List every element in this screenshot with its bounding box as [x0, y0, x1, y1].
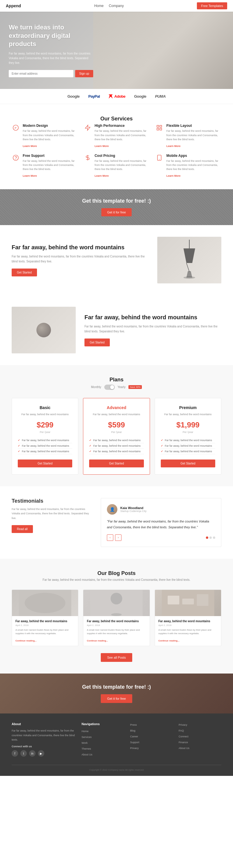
plan-advanced-btn[interactable]: Get Started	[89, 460, 143, 467]
plans-title: Plans	[12, 377, 221, 383]
design-icon	[12, 124, 20, 132]
feature-btn-1[interactable]: Get Started	[12, 269, 37, 276]
youtube-link[interactable]: ▶	[38, 750, 44, 756]
plan-basic-features: Far far away, behind the word mountains …	[18, 438, 72, 454]
plan-basic-desc: Far far away, behind the word mountains	[18, 412, 72, 416]
nav-company[interactable]: Company	[109, 4, 124, 8]
blog-post-link-1[interactable]: Continue reading...	[15, 640, 36, 642]
blog-post-title-3: Far away, behind the word mountains	[159, 620, 218, 623]
plan-basic-price: $299	[18, 421, 72, 430]
footer-privacy[interactable]: Privacy	[130, 747, 139, 750]
dot-1[interactable]	[206, 536, 208, 539]
footer-nav-themes[interactable]: Themes	[81, 747, 91, 750]
nav-home[interactable]: Home	[94, 4, 104, 8]
social-links: f t in ▶	[12, 750, 76, 756]
service-link-6[interactable]: Learn More	[166, 174, 180, 177]
testimonials-btn[interactable]: Read all	[12, 525, 33, 533]
service-desc-6: Far far away, behind the word mountains,…	[166, 159, 221, 172]
prev-arrow-button[interactable]: ‹	[107, 534, 113, 541]
service-link-2[interactable]: Learn More	[95, 145, 109, 148]
blog-post-link-2[interactable]: Continue reading...	[87, 640, 108, 642]
billing-toggle[interactable]	[104, 384, 115, 390]
service-mobile-apps: Mobile Apps Far far away, behind the wor…	[155, 154, 221, 178]
plan-basic-btn[interactable]: Get Started	[18, 460, 72, 467]
feature-image-1	[157, 237, 221, 283]
cta-banner-button[interactable]: Get it for free	[101, 208, 132, 216]
service-high-performance: High Performance Far far away, behind th…	[84, 124, 150, 148]
blog-post-excerpt-3: A small river named Duden flows by their…	[159, 628, 218, 636]
footer-about-us[interactable]: About Us	[178, 747, 189, 750]
hero-email-input[interactable]	[9, 70, 73, 77]
footer-copyright: Copyright © 2022 Company name All rights…	[90, 769, 144, 771]
blog-image-3	[155, 590, 221, 616]
see-all-posts-button[interactable]: See all Posts	[101, 653, 132, 662]
testimonial-arrows: ‹ ›	[107, 534, 122, 541]
footer-privacy2[interactable]: Privacy	[178, 723, 187, 726]
testimonial-left: Testimonials Far far away, behind the wo…	[12, 498, 92, 533]
service-link-4[interactable]: Learn More	[23, 174, 37, 177]
footer-blog[interactable]: Blog	[130, 729, 135, 732]
service-modern-design: Modern Design Far far away, behind the w…	[12, 124, 78, 148]
services-grid: Modern Design Far far away, behind the w…	[12, 124, 221, 177]
hero-signup-button[interactable]: Sign up	[75, 70, 93, 77]
hero-section: We turn ideas into extraordinary digital…	[0, 12, 233, 89]
svg-rect-9	[158, 155, 161, 160]
pricing-icon	[84, 154, 92, 162]
plan-feature: Far far away, behind the word mountains	[89, 438, 143, 443]
nav-links: Home Company	[94, 4, 124, 8]
next-arrow-button[interactable]: ›	[115, 534, 122, 541]
blog-image-1	[12, 590, 78, 616]
svg-point-7	[13, 155, 18, 160]
footer-nav-title: Navigations	[81, 722, 124, 726]
svg-point-17	[25, 593, 66, 613]
footer-support[interactable]: Support	[130, 741, 139, 744]
footer-faq[interactable]: FAQ	[178, 729, 184, 732]
brand-puma: PUMA	[155, 94, 165, 98]
plan-premium-price: $1,999	[161, 421, 215, 430]
footer-nav-work[interactable]: Work	[81, 741, 88, 744]
instagram-link[interactable]: in	[29, 750, 36, 756]
footer-connect[interactable]: Connect	[178, 735, 189, 738]
cta-bottom-button[interactable]: Get it for free	[101, 694, 132, 703]
feature-desc-1: Far far away, behind the word mountains,…	[12, 254, 148, 264]
dot-3[interactable]	[213, 536, 215, 539]
nav-cta-button[interactable]: Free Templates	[197, 2, 227, 9]
feature-btn-2[interactable]: Get Started	[85, 339, 110, 346]
footer-press[interactable]: Press	[130, 723, 137, 726]
footer-nav-list: Home Services Work Themes About Us	[81, 728, 124, 756]
testimonials-desc: Far far away, behind the word mountains,…	[12, 507, 92, 521]
footer-nav-services[interactable]: Services	[81, 736, 92, 739]
plan-premium-btn[interactable]: Get Started	[161, 460, 215, 467]
brand-adobe: Adobe	[109, 94, 126, 99]
plan-premium-features: Far far away, behind the word mountains …	[161, 438, 215, 454]
author-name: Kaia Woodland	[120, 506, 146, 510]
footer-career[interactable]: Career	[130, 735, 138, 738]
blog-cta: See all Posts	[12, 653, 221, 662]
testimonials-inner: Testimonials Far far away, behind the wo…	[12, 498, 221, 547]
plan-feature: Far far away, behind the word mountains	[18, 449, 72, 454]
service-link-1[interactable]: Learn More	[23, 145, 37, 148]
author-title: Startup Codeninja City	[120, 510, 146, 513]
footer-nav-home[interactable]: Home	[81, 730, 89, 733]
svg-marker-12	[184, 248, 195, 263]
footer-nav-about[interactable]: About Us	[81, 753, 92, 756]
footer: About Far far away, behind the word moun…	[0, 713, 233, 776]
service-link-3[interactable]: Learn More	[166, 145, 180, 148]
blog-post-link-3[interactable]: Continue reading...	[159, 640, 179, 642]
plan-feature: Far far away, behind the word mountains	[161, 438, 215, 443]
testimonial-author: 👤 Kaia Woodland Startup Codeninja City	[107, 504, 215, 515]
feature-block-2: Far far away, behind the word mountains …	[0, 295, 233, 365]
svg-rect-24	[197, 594, 208, 606]
twitter-link[interactable]: t	[21, 750, 27, 756]
save-badge: Save 30%	[128, 385, 142, 389]
plan-feature: Far far away, behind the word mountains	[89, 443, 143, 449]
footer-finance[interactable]: Finance	[178, 741, 188, 744]
service-flexible-layout: Flexible Layout Far far away, behind the…	[155, 124, 221, 148]
facebook-link[interactable]: f	[12, 750, 18, 756]
svg-point-15	[184, 276, 195, 279]
dot-2[interactable]	[209, 536, 212, 539]
blog-grid: Far away, behind the word mountains Apri…	[12, 590, 221, 646]
service-link-5[interactable]: Learn More	[95, 174, 109, 177]
svg-rect-22	[167, 596, 179, 604]
plans-toggle: Monthly Yearly Save 30%	[12, 384, 221, 390]
